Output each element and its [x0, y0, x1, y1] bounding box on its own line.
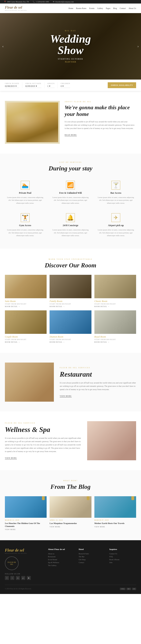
blog-item-1: MARCH 12, 2019 Les Houches The Hidden Ge…	[5, 496, 47, 530]
blog-item-3: MARCH 07, 2019 Mother Earth Hosts Our Tr…	[94, 496, 136, 530]
adults-field: ADULTS 1 ▾	[47, 83, 55, 88]
about-section: ABOUT FLEUR DE SEL We're gonna make this…	[0, 91, 141, 154]
about-label: ABOUT FLEUR DE SEL	[65, 101, 136, 102]
spa-section: FLEUR DE SEL SERVICES Wellness & Spa It …	[0, 412, 141, 470]
hero-prev-arrow[interactable]: ‹	[2, 44, 4, 48]
family-room-detail-link[interactable]: ROOM DETAIL →	[50, 306, 91, 308]
check-availability-button[interactable]: CHECK AVAILABILITY	[108, 82, 136, 88]
hero-section: BIG DAY Wedding Show STARTING OCTOBER PL…	[0, 13, 141, 80]
service-wifi: 📶 Free & Unlimited Wifi Lorem ipsum dolo…	[50, 179, 91, 206]
blog-date-2: APRIL 22, 2019	[50, 519, 91, 521]
private-pool-icon: 🏊	[21, 181, 30, 190]
restaurant-content: FLEUR DE SEL SERVICES Restaurant It is n…	[60, 367, 136, 397]
nav-pages[interactable]: Pages	[106, 7, 110, 10]
footer: Fleur de sel RESTAURANT & HOTEL FLEUR DE…	[0, 540, 141, 594]
services-label: LIST OF SERVICES	[5, 162, 136, 163]
youtube-icon[interactable]: ▶	[27, 576, 31, 580]
footer-about-us[interactable]: About us	[48, 553, 75, 555]
booking-bar: CHECK IN DATE 02/08/2019 ▾ CHECK OUT DAT…	[0, 80, 141, 91]
royal-room-detail-link[interactable]: ROOM DETAIL →	[94, 341, 136, 343]
footer-jobs[interactable]: Jobs	[109, 562, 136, 564]
blog-more-1[interactable]: VIEW MORE	[5, 529, 47, 530]
classic-room-detail-link[interactable]: ROOM DETAIL →	[94, 306, 136, 308]
services-title: During your stay	[5, 165, 136, 172]
footer-rooms[interactable]: Room & Suite	[79, 553, 105, 555]
room-couple: Couple Room START FROM $00/NIGHT ROOM DE…	[5, 310, 47, 343]
blog-title: From The Blog	[5, 483, 136, 490]
restaurant-section: FLEUR DE SEL SERVICES Restaurant It is n…	[0, 353, 141, 412]
check-in-value[interactable]: 02/08/2019 ▾	[5, 85, 19, 88]
suite-room-image	[5, 275, 47, 298]
room-diamon: Diamon Room START FROM $00/NIGHT ROOM DE…	[50, 310, 91, 343]
nav-contact[interactable]: Contact	[120, 7, 126, 10]
footer-about-links: About us Restaurant Event Rental Spa & W…	[48, 553, 75, 566]
blog-more-2[interactable]: VIEW MORE	[50, 526, 91, 528]
footer-faq[interactable]: FAQ	[109, 556, 136, 558]
nav-events[interactable]: Events	[89, 7, 94, 10]
blog-bookmark-2	[87, 496, 89, 500]
service-private-pool: 🏊 Private Pool Lorem ipsum dolor sit ame…	[5, 179, 45, 206]
top-bar: 📍 1866 Carter Mountain Ave, TN 📞 +1 (914…	[0, 0, 141, 4]
classic-room-image	[94, 275, 136, 298]
airport-icon: ✈	[111, 213, 120, 222]
check-in-field: CHECK IN DATE 02/08/2019 ▾	[5, 83, 19, 88]
twitter-icon[interactable]: t	[10, 576, 14, 580]
diamon-room-arrow: →	[63, 341, 65, 343]
blog-more-3[interactable]: VIEW MORE	[94, 526, 136, 528]
spa-read-more[interactable]: VIEW MORE	[5, 457, 17, 459]
footer-social: f t in g+ ▶	[5, 576, 44, 580]
footer-book-room[interactable]: Book A Room	[109, 558, 136, 560]
payment-icons: VISA MC AE	[120, 588, 136, 590]
blog-bookmark-1	[42, 496, 45, 500]
instagram-icon[interactable]: in	[16, 576, 20, 580]
footer-event-rental[interactable]: Event Rental	[48, 558, 75, 560]
spa-label: FLEUR DE SEL SERVICES	[5, 422, 81, 424]
hero-subtitle: STARTING OCTOBER	[58, 58, 83, 60]
booking-divider-2	[44, 82, 45, 88]
footer-hotel-links: Room & Suite The Bar Gift Shop Contact	[79, 553, 105, 564]
hero-background: BIG DAY Wedding Show STARTING OCTOBER PL…	[0, 13, 141, 80]
google-plus-icon[interactable]: g+	[21, 576, 25, 580]
facebook-icon[interactable]: f	[5, 576, 9, 580]
footer-contact[interactable]: Contact	[79, 562, 105, 564]
hero-title: Wedding Show	[50, 33, 91, 56]
nav-gallery[interactable]: Gallery	[97, 7, 103, 10]
footer-spa[interactable]: Spa & Wellness	[48, 562, 75, 564]
footer-gift-shop[interactable]: Gift Shop	[79, 558, 105, 560]
couple-room-detail-link[interactable]: ROOM DETAIL →	[5, 341, 47, 343]
restaurant-read-more[interactable]: VIEW MORE	[60, 395, 72, 397]
children-field: CHILDREN 0 ▾	[61, 83, 70, 88]
restaurant-image	[5, 362, 54, 402]
adults-value[interactable]: 1 ▾	[47, 85, 55, 88]
footer-top: Fleur de sel RESTAURANT & HOTEL FLEUR DE…	[5, 548, 136, 580]
footer-contact-us[interactable]: Contact Us	[109, 553, 136, 555]
footer-gallery[interactable]: The Gallery	[48, 564, 75, 566]
diamon-room-detail-link[interactable]: ROOM DETAIL →	[50, 341, 91, 343]
blog-image-2	[50, 496, 91, 518]
children-value[interactable]: 0 ▾	[61, 85, 70, 88]
spa-image	[87, 421, 136, 460]
nav-about[interactable]: About Us	[128, 7, 136, 10]
check-out-value[interactable]: 02/09/2019 ▾	[25, 85, 41, 88]
about-title: We're gonna make this place your home	[65, 104, 136, 117]
rooms-title: Discover Our Room	[5, 262, 136, 269]
wifi-icon: 📶	[66, 181, 75, 190]
hero-badge: BIG DAY	[65, 30, 76, 32]
footer-bar[interactable]: The Bar	[79, 556, 105, 558]
restaurant-text: It is not always possible to jet off hal…	[60, 381, 136, 391]
blog-name-3: Mother Earth Hosts Our Travels	[94, 522, 136, 524]
amex-icon: AE	[132, 588, 136, 590]
nav-home[interactable]: Home	[69, 7, 73, 10]
about-read-more[interactable]: READ MORE	[65, 134, 77, 136]
mastercard-icon: MC	[126, 588, 131, 590]
royal-room-image	[94, 310, 136, 334]
suite-room-detail-link[interactable]: ROOM DETAIL →	[5, 306, 47, 308]
footer-restaurant[interactable]: Restaurant	[48, 556, 75, 558]
hero-next-arrow[interactable]: ›	[137, 44, 139, 48]
rooms-section: MARK YOUR STAY UNFORGETTABLE Discover Ou…	[0, 248, 141, 353]
blog-image-3	[94, 496, 136, 518]
nav-blog[interactable]: Blog	[113, 7, 117, 10]
blog-date-1: MARCH 12, 2019	[5, 519, 47, 521]
nav-rooms-rates[interactable]: Rooms Rates	[76, 7, 86, 10]
spa-text: It is not always possible to jet off hal…	[5, 436, 81, 453]
